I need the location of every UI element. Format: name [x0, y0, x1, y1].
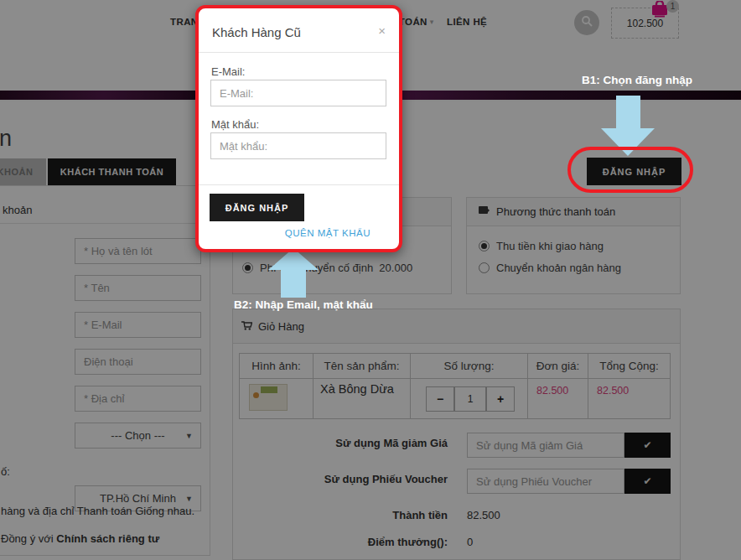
forgot-password-link[interactable]: QUÊN MẬT KHẨU: [285, 228, 370, 238]
modal-login-button[interactable]: ĐĂNG NHẬP: [210, 194, 304, 221]
annotation-arrow-up-shaft: [281, 269, 306, 298]
modal-email-input[interactable]: [210, 80, 386, 106]
annotation-red-oval: [567, 147, 693, 193]
checkout-page: TRANG CHỦ THANH TOÁN ▾ LIÊN HỆ 102.500 1…: [0, 0, 741, 560]
annotation-b1-text: B1: Chọn đăng nhập: [582, 74, 692, 86]
close-icon[interactable]: ×: [378, 23, 386, 38]
modal-footer-divider: [199, 184, 399, 185]
modal-email-label: E-Mail:: [211, 65, 245, 78]
modal-title: Khách Hàng Cũ: [212, 25, 301, 39]
annotation-arrow-down-shaft: [616, 96, 640, 129]
annotation-b2-text: B2: Nhập Email, mật khẩu: [234, 298, 373, 311]
modal-header-divider: [199, 52, 399, 53]
login-modal: Khách Hàng Cũ × E-Mail: Mật khẩu: ĐĂNG N…: [195, 5, 402, 252]
modal-password-label: Mật khẩu:: [211, 118, 259, 131]
modal-password-input[interactable]: [210, 132, 386, 159]
